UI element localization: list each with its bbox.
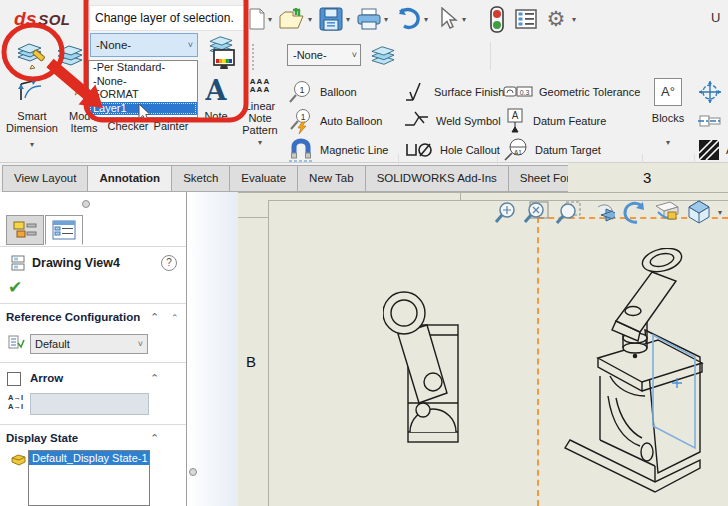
panel-scroll-up-icon[interactable]: ⌃ (171, 313, 179, 323)
select-cursor-icon (438, 7, 458, 31)
drawing-view-front[interactable] (383, 290, 463, 450)
view-arrow-label-icon: A→I A→I (8, 393, 23, 411)
traffic-light-icon (490, 6, 504, 33)
gear-flyout-arrow[interactable]: ▾ (572, 15, 576, 24)
tab-evaluate[interactable]: Evaluate (229, 165, 298, 192)
layer-option-per-standard[interactable]: -Per Standard- (89, 61, 197, 75)
tab-annotation[interactable]: Annotation (87, 165, 172, 192)
gear-icon: ⚙ (547, 7, 566, 31)
linear-note-pattern-flyout[interactable]: ▾ (236, 138, 284, 147)
previous-view-icon[interactable] (588, 201, 615, 224)
layer-button[interactable] (54, 42, 86, 70)
collapse-chevron-icon[interactable]: ⌃ (150, 432, 159, 445)
layer-option-none[interactable]: -None- (89, 75, 197, 89)
open-button[interactable] (278, 7, 306, 31)
zoom-to-area-icon[interactable] (556, 201, 581, 224)
auto-balloon-button[interactable]: 1 Auto Balloon (288, 107, 382, 135)
layers-icon (369, 44, 397, 68)
datum-feature-button[interactable]: A Datum Feature (503, 107, 606, 135)
save-button[interactable] (318, 7, 344, 31)
sheet-zone-column-label: 3 (643, 169, 651, 186)
linear-note-pattern-button[interactable]: AAA AAA Linear Note Pattern ▾ (236, 78, 284, 147)
new-flyout-arrow[interactable]: ▾ (268, 15, 272, 24)
zoom-in-out-icon[interactable] (494, 201, 517, 224)
undo-flyout-arrow[interactable]: ▾ (424, 15, 428, 24)
weld-symbol-button[interactable]: Weld Symbol (404, 107, 501, 135)
layer-properties-button[interactable] (14, 40, 50, 72)
weld-symbol-label: Weld Symbol (436, 115, 501, 127)
tab-sketch[interactable]: Sketch (171, 165, 230, 192)
splitter-handle-icon[interactable] (189, 468, 197, 476)
magnetic-line-button[interactable]: Magnetic Line (288, 136, 389, 164)
collapse-chevron-icon[interactable]: ⌃ (150, 311, 159, 324)
color-display-mode-icon[interactable] (212, 48, 236, 72)
note-label: Note (198, 110, 234, 122)
area-hatch-button[interactable]: A (698, 136, 728, 164)
display-style-icon[interactable] (687, 200, 711, 224)
tab-new-tab[interactable]: New Tab (297, 165, 366, 192)
zoom-to-fit-icon[interactable] (524, 201, 549, 224)
save-flyout-arrow[interactable]: ▾ (346, 15, 350, 24)
center-mark-icon (698, 80, 722, 104)
blocks-flyout[interactable]: ▾ (646, 138, 690, 147)
drawing-view-isometric[interactable] (550, 248, 728, 506)
datum-target-button[interactable]: A1 Datum Target (503, 136, 601, 164)
layer-combo-value: -None- (293, 49, 327, 61)
layer-properties-button-2[interactable] (368, 43, 398, 69)
tab-property-manager[interactable] (45, 215, 83, 245)
smart-dimension-label: Smart Dimension (2, 110, 62, 134)
toolbar-drag-handle[interactable] (252, 44, 254, 70)
magnetic-line-label: Magnetic Line (320, 144, 389, 156)
group-arrow[interactable]: Arrow (30, 372, 63, 384)
layer-combo-open[interactable]: -None- ˅ (90, 33, 198, 57)
arrow-label-field[interactable] (30, 393, 149, 415)
smart-dimension-button[interactable]: Smart Dimension ▾ (2, 78, 62, 149)
panel-splitter[interactable] (186, 192, 238, 506)
options-gear-button[interactable]: ⚙ (543, 5, 569, 33)
group-reference-configuration[interactable]: Reference Configuration (6, 311, 140, 323)
help-icon[interactable]: ? (161, 255, 177, 271)
display-state-listbox[interactable]: Default_Display State-1 (28, 450, 150, 506)
tab-solidworks-add-ins[interactable]: SOLIDWORKS Add-Ins (365, 165, 509, 192)
layer-combo[interactable]: -None- ˅ (287, 44, 361, 66)
new-document-button[interactable] (246, 7, 268, 31)
smart-dimension-flyout[interactable]: ▾ (2, 140, 62, 149)
geometric-tolerance-label: Geometric Tolerance (539, 86, 640, 98)
open-flyout-arrow[interactable]: ▾ (308, 15, 312, 24)
group-display-state[interactable]: Display State (6, 432, 78, 444)
view-toolbar-flyout[interactable]: ▾ (718, 208, 722, 217)
arrow-checkbox[interactable] (7, 372, 21, 386)
layer-option-format[interactable]: FORMAT (89, 88, 197, 102)
print-flyout-arrow[interactable]: ▾ (384, 15, 388, 24)
datum-feature-icon: A (503, 108, 527, 134)
traffic-light-button[interactable] (489, 6, 505, 33)
geometric-tolerance-button[interactable]: 0.3 Geometric Tolerance (503, 78, 640, 106)
surface-finish-label: Surface Finish (434, 86, 504, 98)
centerline-button[interactable]: C (698, 107, 728, 135)
tab-view-layout[interactable]: View Layout (2, 165, 88, 192)
3d-drawing-view-icon[interactable] (654, 200, 680, 224)
datum-target-icon: A1 (503, 137, 529, 163)
undo-button[interactable] (394, 6, 422, 32)
display-pane-button[interactable] (514, 8, 538, 30)
select-flyout-arrow[interactable]: ▾ (462, 15, 466, 24)
property-manager-panel: Drawing View4 ? ✔ Reference Configuratio… (0, 192, 186, 506)
balloon-label: Balloon (320, 86, 357, 98)
rotate-view-icon[interactable] (622, 201, 647, 224)
centerline-icon (698, 109, 722, 133)
collapse-chevron-icon[interactable]: ⌃ (150, 372, 159, 385)
reference-configuration-combo[interactable]: Default ˅ (30, 334, 148, 354)
panel-drag-dot[interactable] (82, 200, 90, 208)
note-button[interactable]: A Note (198, 78, 234, 122)
hole-callout-button[interactable]: Hole Callout (404, 136, 500, 164)
tab-feature-manager[interactable] (6, 215, 44, 245)
print-button[interactable] (356, 7, 382, 31)
select-button[interactable] (436, 6, 460, 32)
ok-check-button[interactable]: ✔ (8, 277, 22, 298)
display-state-item-selected[interactable]: Default_Display State-1 (29, 451, 149, 465)
center-mark-button[interactable]: C (698, 78, 728, 106)
surface-finish-button[interactable]: Surface Finish (404, 78, 504, 106)
blocks-button[interactable]: A° Blocks ▾ (646, 78, 690, 147)
balloon-button[interactable]: 1 Balloon (288, 78, 357, 106)
solidworks-logo: dsSOL (14, 8, 71, 30)
